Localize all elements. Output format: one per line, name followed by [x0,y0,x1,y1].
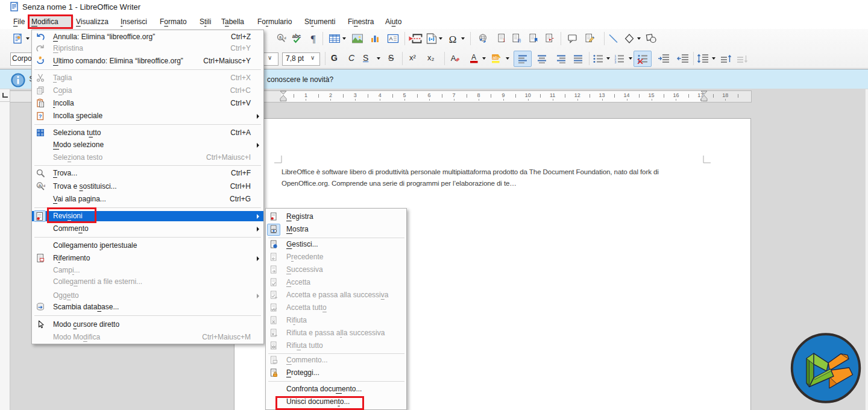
svg-text:a: a [279,35,281,39]
svg-text:3: 3 [615,60,617,64]
svg-text:¶: ¶ [311,33,316,44]
svg-text:d: d [285,36,286,40]
svg-text:ab: ab [492,55,498,60]
svg-text:abc: abc [292,33,301,39]
svg-text:1: 1 [503,38,506,42]
svg-text:A: A [389,36,392,42]
svg-text:A: A [471,53,476,62]
svg-text:?: ? [39,113,42,119]
svg-text:A: A [451,54,456,63]
svg-text:Ω: Ω [449,34,457,45]
svg-text:(i): (i) [518,38,521,43]
